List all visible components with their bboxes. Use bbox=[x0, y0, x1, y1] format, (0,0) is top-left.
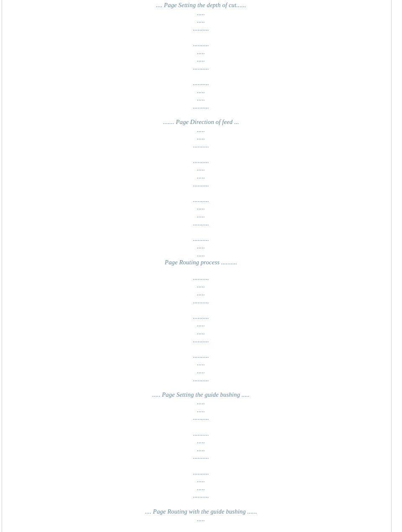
blank-line bbox=[0, 227, 402, 235]
toc-filler: .......... bbox=[0, 157, 402, 165]
toc-filler: .......... bbox=[0, 492, 402, 500]
toc-filler: .......... bbox=[0, 181, 402, 189]
blank-line bbox=[0, 110, 402, 118]
blank-line bbox=[0, 422, 402, 430]
toc-filler: ..... bbox=[0, 134, 402, 142]
toc-filler: ..... bbox=[0, 484, 402, 492]
page-border-right bbox=[391, 0, 392, 532]
blank-line bbox=[0, 383, 402, 391]
toc-filler: ..... bbox=[0, 204, 402, 212]
toc-filler: .......... bbox=[0, 352, 402, 360]
blank-line bbox=[0, 344, 402, 352]
blank-line bbox=[0, 188, 402, 196]
toc-filler: .......... bbox=[0, 297, 402, 305]
toc-filler: ..... bbox=[0, 95, 402, 103]
toc-filler: ..... bbox=[0, 243, 402, 251]
toc-filler: .......... bbox=[0, 103, 402, 111]
blank-line bbox=[0, 500, 402, 508]
toc-filler: .......... bbox=[0, 274, 402, 282]
toc-heading: Page Routing process .......... bbox=[0, 258, 402, 266]
blank-line bbox=[0, 305, 402, 313]
toc-heading: .... Page Setting the depth of cut...... bbox=[0, 1, 402, 9]
toc-filler: ..... bbox=[0, 289, 402, 297]
toc-filler: .......... bbox=[0, 336, 402, 344]
toc-filler: ..... bbox=[0, 515, 402, 523]
toc-filler: .......... bbox=[0, 375, 402, 383]
blank-line bbox=[0, 266, 402, 274]
toc-filler: .......... bbox=[0, 414, 402, 422]
toc-filler: .......... bbox=[0, 469, 402, 477]
toc-filler: ..... bbox=[0, 165, 402, 173]
toc-filler: ..... bbox=[0, 126, 402, 134]
toc-filler: ..... bbox=[0, 437, 402, 445]
toc-filler: ..... bbox=[0, 281, 402, 289]
toc-filler: ..... bbox=[0, 173, 402, 181]
toc-filler: ..... bbox=[0, 251, 402, 258]
toc-filler: .......... bbox=[0, 220, 402, 227]
toc-filler: ..... bbox=[0, 56, 402, 64]
toc-heading: .... Page Routing with the guide bushing… bbox=[0, 508, 402, 516]
blank-line bbox=[0, 71, 402, 79]
toc-filler: .......... bbox=[0, 142, 402, 150]
toc-filler: .......... bbox=[0, 453, 402, 461]
page-border-left bbox=[2, 0, 2, 532]
toc-filler: ..... bbox=[0, 328, 402, 336]
toc-filler: .......... bbox=[0, 79, 402, 87]
toc-filler: .......... bbox=[0, 430, 402, 438]
toc-filler: .......... bbox=[0, 64, 402, 72]
blank-line bbox=[0, 149, 402, 157]
toc-heading: ....... Page Direction of feed ... bbox=[0, 118, 402, 126]
toc-filler: ..... bbox=[0, 406, 402, 414]
toc-filler: ..... bbox=[0, 367, 402, 375]
toc-filler: ..... bbox=[0, 48, 402, 56]
toc-filler: ..... bbox=[0, 476, 402, 484]
toc-filler: ..... bbox=[0, 398, 402, 406]
toc-filler: ..... bbox=[0, 212, 402, 220]
document-content: .... Page Setting the depth of cut......… bbox=[0, 0, 402, 523]
toc-filler: ..... bbox=[0, 87, 402, 95]
toc-filler: .......... bbox=[0, 313, 402, 321]
blank-line bbox=[0, 461, 402, 469]
toc-heading: ..... Page Setting the guide bushing ...… bbox=[0, 391, 402, 399]
toc-filler: .......... bbox=[0, 235, 402, 243]
toc-filler: .......... bbox=[0, 40, 402, 48]
blank-line bbox=[0, 32, 402, 40]
toc-filler: ..... bbox=[0, 9, 402, 17]
toc-filler: ..... bbox=[0, 17, 402, 25]
toc-filler: ..... bbox=[0, 320, 402, 328]
toc-filler: ..... bbox=[0, 445, 402, 453]
toc-filler: .......... bbox=[0, 25, 402, 33]
toc-filler: ..... bbox=[0, 359, 402, 367]
toc-filler: .......... bbox=[0, 196, 402, 204]
